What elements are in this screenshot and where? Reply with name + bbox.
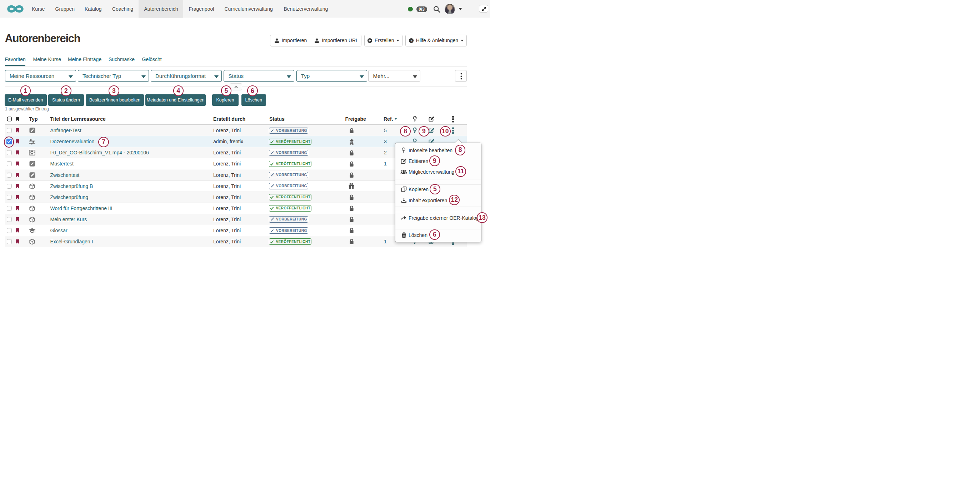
svg-text:?: ? — [410, 38, 412, 42]
